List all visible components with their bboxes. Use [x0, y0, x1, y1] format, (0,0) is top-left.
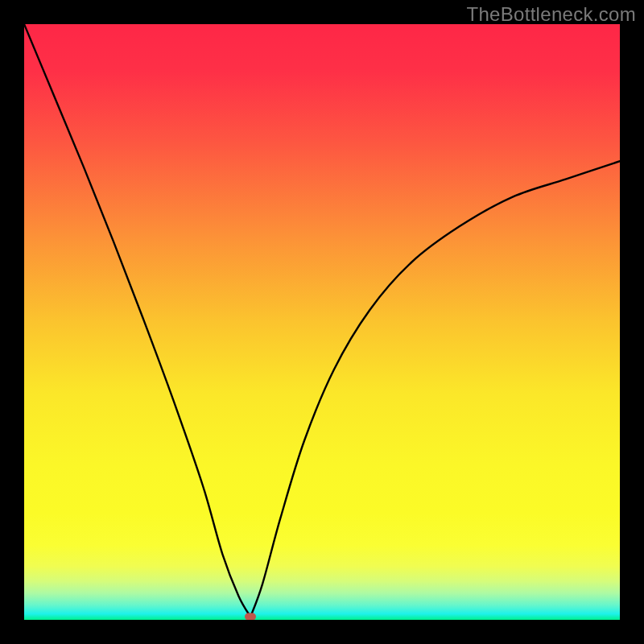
- watermark-text: TheBottleneck.com: [466, 3, 636, 26]
- plot-area: [24, 24, 620, 620]
- chart-frame: TheBottleneck.com: [0, 0, 644, 644]
- background-gradient: [24, 24, 620, 620]
- svg-rect-0: [24, 24, 620, 620]
- bottleneck-marker: [245, 613, 256, 620]
